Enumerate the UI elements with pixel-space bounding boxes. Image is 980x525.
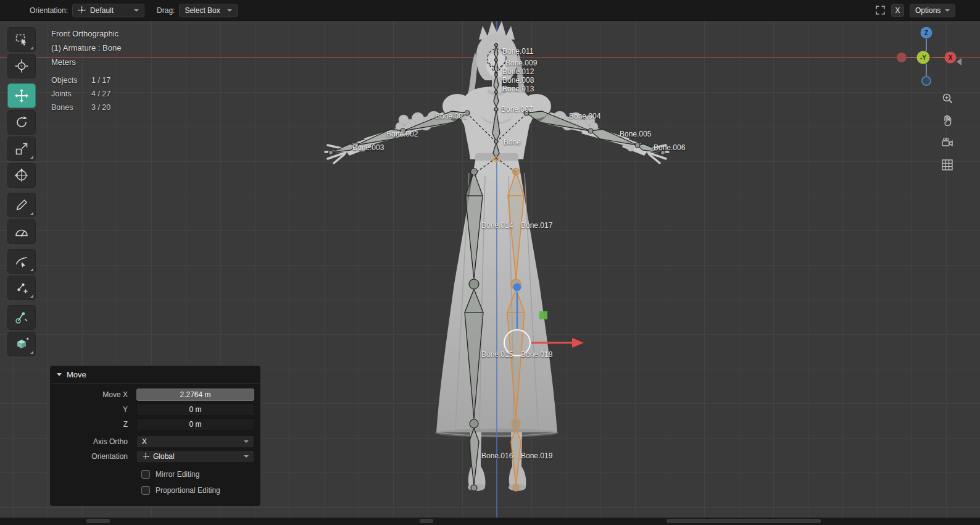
tool-group <box>7 249 36 300</box>
tool-select-box-button[interactable] <box>7 27 36 52</box>
bone-label[interactable]: Bone.001 <box>435 112 467 120</box>
tool-transform-button[interactable] <box>7 163 36 188</box>
bone-label[interactable]: Bone.004 <box>569 112 600 120</box>
checkbox[interactable] <box>141 486 150 495</box>
bone-label[interactable]: Bone.002 <box>386 130 418 138</box>
drag-value: Select Box <box>185 6 223 15</box>
bone-label[interactable]: Bone.006 <box>654 143 685 152</box>
tool-cursor-button[interactable] <box>7 54 36 78</box>
viewport-stats: Objects1 / 17Joints4 / 27Bones3 / 20 <box>51 76 110 117</box>
subtool-indicator-icon <box>30 46 33 49</box>
move-checkboxes: Mirror EditingProportional Editing <box>50 466 260 498</box>
select-box-icon <box>14 32 29 47</box>
bone-label[interactable]: Bone.012 <box>502 67 534 76</box>
bone-envelope-icon <box>14 310 29 325</box>
tool-annotate-button[interactable] <box>7 193 36 217</box>
tool-bone-envelope-button[interactable] <box>7 305 36 330</box>
shear-cube-icon <box>14 337 29 351</box>
field-label: Orientation <box>50 452 136 461</box>
axis-neg-y-ball[interactable]: -Y <box>917 51 930 64</box>
axis-x-ball[interactable]: X <box>945 52 957 64</box>
bone-label[interactable]: Bone.018 <box>521 350 552 359</box>
viewport-side-controls <box>939 90 958 173</box>
panel-title: Move <box>67 370 86 379</box>
tool-group <box>7 83 36 188</box>
checkbox[interactable] <box>141 470 150 479</box>
drag-label: Drag: <box>157 6 175 15</box>
chevron-down-icon <box>244 440 249 443</box>
stat-row: Bones3 / 20 <box>51 103 110 117</box>
x-axis-toggle-button[interactable]: X <box>891 4 904 17</box>
orientation-glyph-icon <box>142 453 149 460</box>
extrude-icon <box>14 280 29 295</box>
checkbox-label: Mirror Editing <box>156 470 199 479</box>
stat-row: Joints4 / 27 <box>51 90 110 103</box>
sidebar-collapse-arrow[interactable] <box>957 58 961 65</box>
move-dropdowns: Axis OrthoXOrientationGlobal <box>50 434 260 464</box>
number-field[interactable]: 0 m <box>136 403 254 416</box>
tool-draw-bone-button[interactable] <box>7 249 36 274</box>
orientation-select[interactable]: Global <box>136 450 254 463</box>
scene-units: Meters <box>51 55 121 69</box>
bone-label[interactable]: Bone <box>504 138 521 146</box>
tool-settings-bar: Orientation: Default Drag: Select Box X … <box>0 0 980 21</box>
bone-label[interactable]: Bone.008 <box>502 76 534 85</box>
bone-label[interactable]: Bone.003 <box>352 143 384 152</box>
rotate-icon <box>14 115 29 130</box>
expand-corners-icon[interactable] <box>875 5 886 15</box>
ortho-grid-icon[interactable] <box>939 157 955 173</box>
bone-label[interactable]: Bone.015 <box>481 350 513 359</box>
move-operator-panel: Move Move X2.2764 mY0 mZ0 m Axis OrthoXO… <box>49 365 261 506</box>
bone-label[interactable]: Bone.016 <box>481 452 513 460</box>
bone-label[interactable]: Bone.009 <box>505 59 537 67</box>
tool-move-button[interactable] <box>7 83 36 108</box>
chevron-down-icon <box>57 373 62 376</box>
camera-view-icon[interactable] <box>939 135 955 151</box>
transform-icon <box>14 168 29 183</box>
number-field[interactable]: 0 m <box>136 418 254 430</box>
tool-rotate-button[interactable] <box>7 110 36 135</box>
options-label: Options <box>915 6 941 15</box>
bone-label[interactable]: Bone.017 <box>521 221 552 230</box>
subtool-indicator-icon <box>30 212 33 215</box>
axis-z-ball[interactable]: Z <box>921 27 932 39</box>
view-name: Front Orthographic <box>51 27 121 41</box>
tool-group <box>7 27 36 78</box>
statusbar-item <box>86 519 110 523</box>
axis-neg-z-ball[interactable] <box>921 76 931 86</box>
zoom-icon[interactable] <box>939 90 955 106</box>
tool-group <box>7 305 36 356</box>
active-object-name: (1) Armature : Bone <box>51 41 121 55</box>
bone-label[interactable]: Bone.011 <box>502 47 534 56</box>
chevron-down-icon <box>945 9 950 12</box>
field-label: Move X <box>50 390 136 399</box>
tool-shear-cube-button[interactable] <box>7 332 36 356</box>
tool-extrude-button[interactable] <box>7 275 36 300</box>
field-label: Axis Ortho <box>50 437 136 446</box>
cursor-icon <box>14 59 29 74</box>
bone-label[interactable]: Bone.013 <box>502 85 534 93</box>
options-dropdown[interactable]: Options <box>910 4 955 17</box>
pan-hand-icon[interactable] <box>939 112 955 128</box>
tool-group <box>7 193 36 244</box>
panel-header[interactable]: Move <box>50 366 260 384</box>
subtool-indicator-icon <box>30 295 33 298</box>
navigation-gizmo[interactable]: Z -Y X <box>894 25 961 88</box>
drag-dropdown[interactable]: Select Box <box>179 4 238 17</box>
bone-label[interactable]: Bone.019 <box>521 452 552 460</box>
statusbar-item <box>666 519 821 523</box>
tool-measure-button[interactable] <box>7 219 36 244</box>
checkbox-label: Proportional Editing <box>156 486 220 495</box>
axis-ortho-select[interactable]: X <box>136 435 254 448</box>
bone-label[interactable]: Bone.005 <box>620 130 651 138</box>
bone-label[interactable]: Bone.007 <box>501 105 533 114</box>
status-bar <box>0 518 980 525</box>
number-field[interactable]: 2.2764 m <box>136 388 254 401</box>
tool-scale-button[interactable] <box>7 136 36 161</box>
viewport-info: Front Orthographic (1) Armature : Bone M… <box>51 27 121 69</box>
scale-icon <box>14 141 29 156</box>
chevron-down-icon <box>134 9 139 12</box>
bone-label[interactable]: Bone.014 <box>481 221 513 230</box>
axis-neg-x-ball[interactable] <box>897 52 907 62</box>
orientation-dropdown[interactable]: Default <box>72 4 144 17</box>
